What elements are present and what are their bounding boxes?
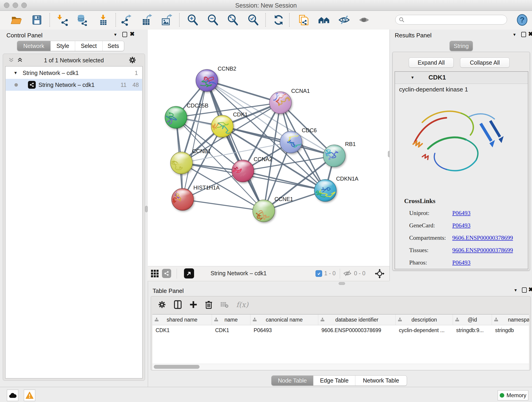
apply-layout-button[interactable]	[273, 14, 285, 26]
gene-header-row[interactable]: ▼ CDK1	[395, 72, 528, 84]
hide-selected-button[interactable]	[338, 14, 350, 26]
import-table-button[interactable]	[97, 14, 109, 26]
add-column-icon[interactable]	[190, 301, 197, 308]
network-node-cdc25b[interactable]	[163, 106, 187, 128]
save-session-button[interactable]	[31, 14, 43, 26]
results-panel-menu-icon[interactable]: ▼	[513, 32, 516, 37]
network-row-selected[interactable]: String Network – cdk1 11 48	[6, 79, 142, 91]
show-all-button[interactable]	[358, 14, 370, 26]
network-graph[interactable]: CCNB2CCNA1CDC25BCDK1CDC6RB1CCNB1CCNA2CDK…	[148, 30, 389, 266]
crosslink-tissues[interactable]: 9606.ENSP00000378699	[452, 247, 513, 254]
zoom-out-button[interactable]	[207, 14, 219, 26]
save-floppy-icon	[31, 14, 43, 26]
node-label-ccne1: CCNE1	[274, 196, 293, 202]
crosshair-icon[interactable]	[375, 269, 385, 279]
grid-view-icon[interactable]	[151, 270, 158, 277]
tab-network-table[interactable]: Network Table	[355, 376, 407, 385]
network-node-cdc6[interactable]	[280, 131, 304, 153]
network-node-cdkn1a[interactable]	[314, 179, 336, 201]
tree-expander-icon[interactable]: ▼	[13, 70, 18, 75]
export-table-button[interactable]	[141, 14, 152, 26]
eye-icon	[358, 14, 370, 26]
network-edges	[176, 80, 334, 211]
expand-all-button[interactable]: Expand All	[409, 57, 454, 68]
control-panel-menu-icon[interactable]: ▼	[114, 32, 117, 37]
tab-network[interactable]: Network	[17, 41, 51, 51]
column-header-description[interactable]: description	[396, 314, 453, 325]
results-panel-close-button[interactable]: ✖	[528, 31, 532, 38]
scrollbar-thumb[interactable]	[154, 365, 200, 369]
table-panel-title: Table Panel	[152, 287, 184, 294]
selected-checkbox[interactable]	[316, 270, 322, 277]
crosslink-compartments[interactable]: 9606.ENSP00000378699	[452, 235, 513, 241]
control-panel-float-button[interactable]	[122, 32, 127, 37]
column-header-id[interactable]: @id	[453, 314, 492, 325]
tab-style[interactable]: Style	[51, 41, 75, 51]
crosslink-uniprot[interactable]: P06493	[452, 210, 470, 217]
birdseye-view-button[interactable]	[184, 268, 194, 279]
tab-sets[interactable]: Sets	[103, 41, 124, 51]
home-button[interactable]	[318, 14, 330, 26]
help-button[interactable]: ?	[516, 14, 528, 26]
import-network-database-button[interactable]	[76, 14, 88, 26]
network-list-panel: 1 of 1 Network selected ▼ String Network…	[3, 54, 145, 381]
table-row[interactable]: CDK1 CDK1 P06493 9606.ENSP00000378699 cy…	[152, 325, 529, 335]
table-panel-close-button[interactable]: ✖	[528, 286, 532, 293]
memory-button[interactable]: Memory	[498, 390, 528, 400]
column-header-namespace[interactable]: namespace	[492, 314, 529, 325]
delete-column-icon[interactable]	[205, 300, 212, 309]
table-header-row: shared name name canonical name database…	[152, 314, 529, 325]
network-collection-row[interactable]: ▼ String Network – cdk1 1	[6, 67, 142, 79]
houses-icon	[318, 14, 330, 26]
warnings-button[interactable]	[24, 390, 35, 401]
results-panel-float-button[interactable]	[521, 32, 526, 37]
zoom-selected-button[interactable]	[247, 14, 259, 26]
network-node-ccnb2[interactable]	[196, 70, 220, 91]
database-icon	[76, 14, 88, 26]
network-node-cdk1[interactable]	[211, 115, 233, 137]
tab-string[interactable]: String	[450, 41, 473, 51]
automation-status-button[interactable]	[7, 390, 18, 401]
column-header-canonical-name[interactable]: canonical name	[250, 314, 318, 325]
table-panel-float-button[interactable]	[522, 287, 527, 293]
control-panel-title: Control Panel	[6, 32, 43, 39]
horizontal-splitter-grip[interactable]	[339, 282, 345, 285]
crosslink-pharos[interactable]: P06493	[452, 259, 470, 266]
column-header-shared-name[interactable]: shared name	[152, 314, 212, 325]
collapse-all-button[interactable]: Collapse All	[460, 57, 510, 68]
network-node-ccne1[interactable]	[248, 200, 275, 223]
network-node-ccna2[interactable]	[227, 160, 254, 182]
hidden-count: 0 - 0	[354, 270, 365, 277]
tab-edge-table[interactable]: Edge Table	[313, 376, 355, 385]
network-canvas[interactable]: CCNB2CCNA1CDC25BCDK1CDC6RB1CCNB1CCNA2CDK…	[148, 30, 389, 266]
table-horizontal-scrollbar[interactable]	[152, 364, 529, 370]
network-node-ccna1[interactable]	[269, 90, 291, 114]
network-node-ccnb1[interactable]	[167, 152, 192, 174]
gene-description: cyclin-dependent kinase 1	[399, 86, 468, 93]
column-header-database-identifier[interactable]: database identifier	[318, 314, 396, 325]
open-session-button[interactable]	[10, 14, 22, 26]
zoom-selected-icon	[247, 14, 259, 26]
crosslink-genecard[interactable]: P06493	[452, 222, 470, 229]
table-gear-icon[interactable]	[158, 300, 166, 309]
export-network-button[interactable]	[120, 14, 133, 26]
network-label: String Network – cdk1	[38, 82, 95, 88]
gear-icon[interactable]	[128, 56, 136, 64]
column-type-icon	[155, 318, 158, 322]
gene-expander-icon[interactable]: ▼	[411, 75, 414, 80]
vertical-splitter-grip[interactable]	[145, 206, 148, 212]
tab-select[interactable]: Select	[75, 41, 103, 51]
search-input[interactable]	[405, 16, 502, 23]
table-panel-menu-icon[interactable]: ▼	[514, 288, 518, 293]
zoom-in-button[interactable]	[187, 14, 199, 26]
column-header-name[interactable]: name	[212, 314, 250, 325]
tab-node-table[interactable]: Node Table	[272, 376, 313, 385]
export-image-button[interactable]	[161, 14, 172, 26]
node-label-cdk1: CDK1	[233, 111, 248, 118]
import-network-file-button[interactable]	[57, 14, 69, 26]
network-node-hist1h1a[interactable]	[169, 188, 194, 211]
show-columns-icon[interactable]	[174, 300, 182, 309]
copy-network-button[interactable]	[298, 14, 309, 26]
zoom-fit-button[interactable]	[227, 14, 239, 26]
control-panel-close-button[interactable]: ✖	[130, 31, 135, 38]
